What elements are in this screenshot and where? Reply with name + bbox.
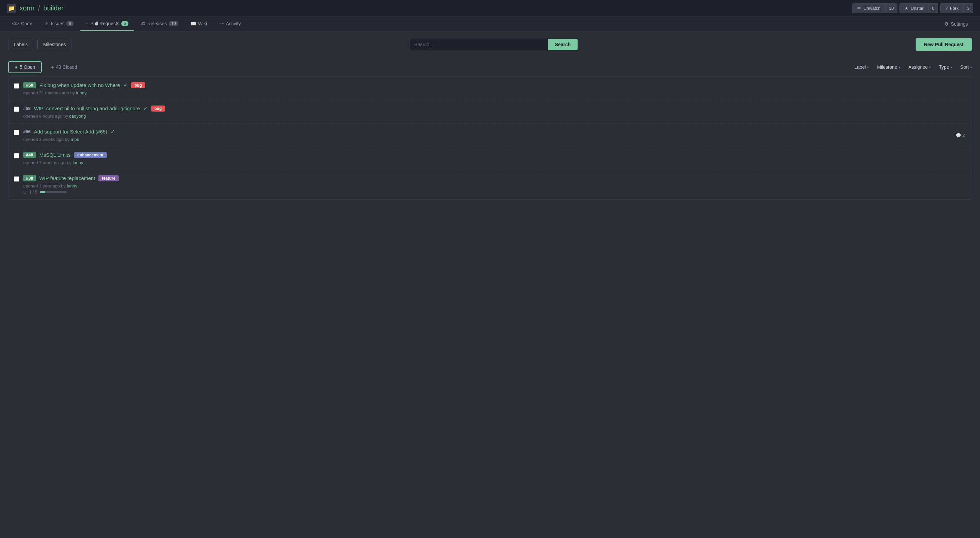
pr-checkbox[interactable]: [14, 130, 19, 135]
repo-name-link[interactable]: builder: [43, 5, 64, 12]
tab-code[interactable]: </> Code: [7, 17, 38, 31]
pr-comment-count: 💬 2: [956, 133, 965, 138]
pr-checkbox[interactable]: [14, 176, 19, 182]
milestones-button[interactable]: Milestones: [37, 39, 72, 50]
pr-title[interactable]: MsSQL Limits: [40, 152, 71, 158]
releases-badge: 10: [169, 21, 178, 26]
unstar-count[interactable]: 6: [929, 3, 938, 13]
pr-author-link[interactable]: lunny: [67, 183, 77, 188]
pr-item: #66 Add support for Select Add (#65) ✓ o…: [8, 124, 972, 147]
activity-icon: 〰: [219, 21, 224, 26]
pr-title[interactable]: Fix bug when update with no Where: [40, 82, 120, 88]
pr-meta: opened 9 hours ago by caoyong: [23, 114, 966, 119]
repo-title: 📁 xorm / builder: [7, 4, 64, 13]
check-icon: ✓: [143, 105, 148, 111]
pr-meta: opened 3 weeks ago by mps: [23, 137, 966, 142]
sort-dropdown[interactable]: Sort ▾: [960, 64, 972, 70]
pr-title-row: #68 WIP: convert nil to null string and …: [23, 105, 966, 111]
label-chevron-icon: ▾: [867, 65, 869, 69]
pr-badge: 5: [121, 21, 129, 26]
path-separator: /: [38, 4, 40, 13]
pr-author-link[interactable]: caoyong: [69, 114, 86, 119]
check-icon: ✓: [111, 129, 115, 135]
fork-button[interactable]: ⑂ Fork: [940, 3, 964, 13]
closed-icon: ●: [51, 64, 54, 70]
search-wrapper: Search: [409, 39, 578, 50]
star-icon: ★: [905, 6, 908, 11]
pr-number: #38: [23, 175, 36, 181]
pr-title-row: #38 WIP feature replacement feature: [23, 175, 966, 181]
pr-meta: opened 1 year ago by lunny: [23, 183, 966, 188]
pr-title[interactable]: WIP feature replacement: [40, 175, 95, 181]
open-filter-button[interactable]: ● 5 Open: [8, 61, 42, 73]
pr-main: #48 MsSQL Limits enhancement opened 7 mo…: [23, 152, 966, 165]
tab-issues[interactable]: ⚠ Issues 6: [39, 17, 79, 31]
type-dropdown[interactable]: Type ▾: [939, 64, 952, 70]
new-pull-request-button[interactable]: New Pull Request: [916, 38, 972, 51]
pr-title-row: #69 Fix bug when update with no Where ✓ …: [23, 82, 966, 88]
pr-icon: ⑂: [86, 21, 88, 26]
filter-bar: ● 5 Open ● 43 Closed Label ▾ Milestone ▾…: [8, 58, 972, 77]
pr-item: #38 WIP feature replacement feature open…: [8, 170, 972, 199]
search-button[interactable]: Search: [548, 39, 578, 50]
pr-item: #48 MsSQL Limits enhancement opened 7 mo…: [8, 147, 972, 170]
pr-number: #66: [23, 129, 31, 134]
open-icon: ●: [15, 64, 18, 70]
tab-wiki[interactable]: 📖 Wiki: [185, 17, 212, 31]
pr-item: #69 Fix bug when update with no Where ✓ …: [8, 77, 972, 100]
labels-button[interactable]: Labels: [8, 39, 33, 50]
tab-activity[interactable]: 〰 Activity: [214, 17, 246, 31]
pr-main: #69 Fix bug when update with no Where ✓ …: [23, 82, 966, 96]
closed-filter-button[interactable]: ● 43 Closed: [45, 61, 84, 73]
pr-list: #69 Fix bug when update with no Where ✓ …: [8, 77, 972, 199]
pr-author-link[interactable]: mps: [71, 137, 79, 142]
pr-number: #68: [23, 106, 31, 111]
pr-title[interactable]: WIP: convert nil to null string and add …: [34, 105, 140, 111]
header-actions: 👁 Unwatch 10 ★ Unstar 6 ⑂ Fork 3: [852, 3, 973, 13]
pr-title-row: #66 Add support for Select Add (#65) ✓: [23, 129, 966, 135]
repo-owner-link[interactable]: xorm: [19, 5, 34, 12]
pr-item: #68 WIP: convert nil to null string and …: [8, 100, 972, 124]
label-dropdown[interactable]: Label ▾: [854, 64, 869, 70]
pr-checkbox[interactable]: [14, 153, 19, 158]
search-input[interactable]: [409, 39, 547, 50]
pr-checkbox[interactable]: [14, 83, 19, 89]
pr-title[interactable]: Add support for Select Add (#65): [34, 129, 108, 135]
pr-label: enhancement: [74, 152, 107, 158]
pr-author-link[interactable]: lunny: [73, 160, 83, 165]
pr-meta: opened 7 months ago by lunny: [23, 160, 966, 165]
assignee-dropdown[interactable]: Assignee ▾: [908, 64, 931, 70]
fork-action: ⑂ Fork 3: [940, 3, 973, 13]
toolbar: Labels Milestones Search New Pull Reques…: [8, 38, 972, 51]
pr-main: #68 WIP: convert nil to null string and …: [23, 105, 966, 119]
nav-tabs: </> Code ⚠ Issues 6 ⑂ Pull Requests 5 🏷 …: [0, 17, 980, 31]
pr-main: #38 WIP feature replacement feature open…: [23, 175, 966, 194]
settings-link[interactable]: ⚙ Settings: [939, 17, 973, 31]
code-icon: </>: [12, 21, 19, 26]
pr-main: #66 Add support for Select Add (#65) ✓ o…: [23, 129, 966, 142]
filter-right: Label ▾ Milestone ▾ Assignee ▾ Type ▾ So…: [854, 64, 972, 70]
pr-author-link[interactable]: lunny: [76, 90, 87, 96]
pr-meta: opened 31 minutes ago by lunny: [23, 90, 966, 96]
type-chevron-icon: ▾: [950, 65, 952, 69]
pr-title-row: #48 MsSQL Limits enhancement: [23, 152, 966, 158]
issues-badge: 6: [67, 21, 73, 26]
pr-progress: ⊡ 1 / 5: [23, 190, 966, 194]
fork-icon: ⑂: [945, 6, 948, 11]
milestone-dropdown[interactable]: Milestone ▾: [877, 64, 900, 70]
unwatch-count[interactable]: 10: [886, 3, 897, 13]
pr-label: feature: [99, 175, 119, 181]
pr-checkbox[interactable]: [14, 107, 19, 112]
tab-releases[interactable]: 🏷 Releases 10: [135, 17, 184, 31]
assignee-chevron-icon: ▾: [929, 65, 931, 69]
fork-count[interactable]: 3: [964, 3, 973, 13]
progress-bar-track: [40, 191, 67, 193]
pr-number: #48: [23, 152, 36, 158]
eye-icon: 👁: [857, 6, 861, 11]
unwatch-button[interactable]: 👁 Unwatch: [852, 3, 886, 13]
issues-icon: ⚠: [45, 21, 49, 26]
wiki-icon: 📖: [190, 21, 196, 26]
filter-left: ● 5 Open ● 43 Closed: [8, 61, 84, 73]
tab-pull-requests[interactable]: ⑂ Pull Requests 5: [80, 17, 134, 31]
unstar-button[interactable]: ★ Unstar: [899, 3, 928, 13]
